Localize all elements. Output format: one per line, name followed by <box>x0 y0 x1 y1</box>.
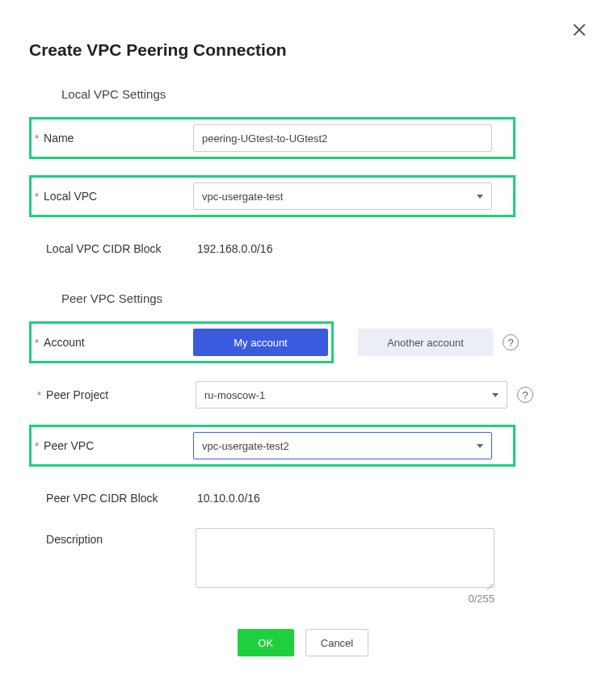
local-section-title: Local VPC Settings <box>61 87 606 101</box>
peer-cidr-value: 10.10.0.0/16 <box>196 492 260 505</box>
peer-cidr-label: *Peer VPC CIDR Block <box>37 492 196 505</box>
help-icon[interactable]: ? <box>503 334 519 350</box>
peer-cidr-row: *Peer VPC CIDR Block 10.10.0.0/16 <box>5 483 606 513</box>
description-label: *Description <box>37 528 196 546</box>
local-cidr-value: 192.168.0.0/16 <box>196 242 272 255</box>
description-row: *Description 0/255 <box>5 528 606 605</box>
name-input[interactable] <box>193 124 492 152</box>
local-vpc-label: *Local VPC <box>35 190 193 203</box>
local-vpc-row: *Local VPC vpc-usergate-test <box>29 175 516 217</box>
peer-vpc-label: *Peer VPC <box>35 439 193 452</box>
peer-project-row: *Peer Project ru-moscow-1 <box>5 379 507 410</box>
peer-project-select[interactable]: ru-moscow-1 <box>196 381 507 409</box>
chevron-down-icon <box>477 444 483 448</box>
peer-vpc-row: *Peer VPC vpc-usergate-test2 <box>29 425 516 467</box>
description-textarea[interactable] <box>196 528 494 588</box>
help-icon[interactable]: ? <box>517 387 533 403</box>
peer-section-title: Peer VPC Settings <box>61 291 606 305</box>
local-vpc-select[interactable]: vpc-usergate-test <box>193 182 492 210</box>
ok-button[interactable]: OK <box>238 629 294 656</box>
account-row: *Account My account Another account ? <box>0 321 606 363</box>
peer-vpc-select[interactable]: vpc-usergate-test2 <box>193 432 492 459</box>
page-title: Create VPC Peering Connection <box>0 0 606 60</box>
close-icon[interactable] <box>572 23 587 37</box>
cancel-button[interactable]: Cancel <box>305 629 368 656</box>
account-label: *Account <box>35 336 193 349</box>
peer-project-label: *Peer Project <box>37 388 196 401</box>
chevron-down-icon <box>477 195 483 199</box>
local-cidr-row: *Local VPC CIDR Block 192.168.0.0/16 <box>5 233 606 264</box>
local-cidr-label: *Local VPC CIDR Block <box>37 242 196 255</box>
name-label: *Name <box>35 132 193 145</box>
chevron-down-icon <box>492 393 499 397</box>
footer: OK Cancel <box>0 629 606 656</box>
name-row: *Name <box>29 117 516 159</box>
description-char-count: 0/255 <box>196 593 494 605</box>
account-toggle-mine[interactable]: My account <box>193 329 328 356</box>
account-toggle-other[interactable]: Another account <box>358 329 493 356</box>
